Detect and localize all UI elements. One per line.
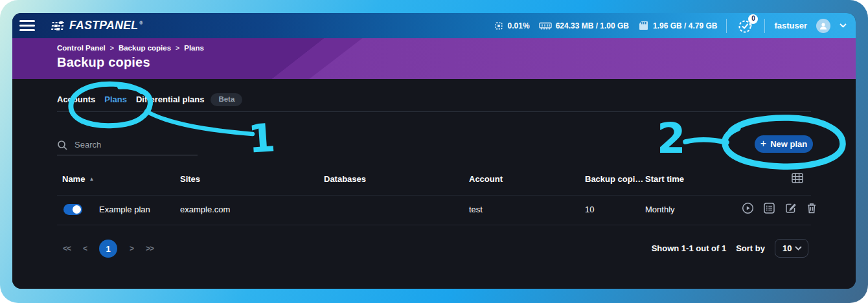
window-frame: FASTPANEL ® 0.01% 624 [0,0,868,303]
trash-icon [806,202,817,214]
column-settings-button[interactable] [792,173,803,185]
column-header-account[interactable]: Account [469,174,503,184]
scheduled-tasks-button[interactable]: 0 [736,16,755,36]
search-input[interactable] [73,139,192,150]
table-footer: Shown 1-1 out of 1 Sort by 10 [652,239,808,258]
cell-backup-copies: 10 [585,205,594,214]
cell-name[interactable]: Example plan [99,205,150,214]
menu-icon[interactable] [19,20,35,31]
pagination-current-page[interactable]: 1 [99,240,117,258]
pagination-last[interactable]: >> [146,244,154,253]
per-page-value: 10 [782,243,792,253]
cell-sites: example.com [180,205,230,214]
per-page-select[interactable]: 10 [775,239,808,258]
plus-icon: + [760,139,766,149]
cpu-usage-value: 0.01% [508,21,530,30]
avatar[interactable] [816,19,830,33]
tabs-divider [57,111,811,112]
column-header-databases[interactable]: Databases [324,174,366,184]
topbar-stats: 0.01% 624.33 MB / 1.00 GB 1.96 GB / [494,16,847,36]
breadcrumb-item-plans[interactable]: Plans [184,44,204,52]
user-menu-chevron-icon[interactable] [839,23,847,28]
sort-asc-icon: ▲ [89,176,94,182]
pagination-first[interactable]: << [63,244,71,253]
breadcrumb-separator: > [110,44,114,52]
ram-usage-stat: 624.33 MB / 1.00 GB [539,21,629,30]
sort-by-label: Sort by [736,243,765,253]
header-row-divider [57,195,811,196]
tab-accounts[interactable]: Accounts [57,95,95,104]
column-header-backup-copies[interactable]: Backup copi… [585,174,643,184]
app-window: FASTPANEL ® 0.01% 624 [12,13,856,289]
username-label[interactable]: fastuser [774,21,807,30]
topbar: FASTPANEL ® 0.01% 624 [12,13,856,38]
delete-plan-button[interactable] [806,202,817,214]
cell-account: test [469,205,483,214]
pagination: << < 1 > >> [63,240,154,258]
new-plan-label: New plan [770,139,807,149]
edit-icon [784,202,797,214]
logo-text: FASTPANEL [69,19,138,32]
main-content: Accounts Plans Differential plans Beta +… [12,79,856,289]
ram-usage-value: 624.33 MB / 1.00 GB [556,21,629,30]
breadcrumb-separator: > [176,44,179,52]
tab-differential-plans[interactable]: Differential plans [136,95,204,104]
run-plan-button[interactable] [742,202,754,214]
notifications-badge: 0 [748,14,758,24]
disk-icon [638,20,649,31]
edit-plan-button[interactable] [784,202,797,214]
table-columns-icon [792,173,803,183]
breadcrumb-item-control-panel[interactable]: Control Panel [57,44,106,52]
cpu-icon [494,21,504,31]
new-plan-button[interactable]: + New plan [755,135,813,153]
column-header-start-time[interactable]: Start time [645,174,684,184]
list-details-icon [763,202,775,214]
fastpanel-logo[interactable]: FASTPANEL ® [51,19,143,32]
column-header-name[interactable]: Name▲ [62,174,94,184]
logo-sliders-icon [51,21,65,31]
toggle-knob [73,205,81,214]
search-icon [57,140,67,150]
beta-badge: Beta [211,93,242,106]
cpu-usage-stat: 0.01% [494,21,530,31]
column-header-sites[interactable]: Sites [180,174,200,184]
topbar-separator [764,19,765,33]
logo-registered-mark: ® [139,21,143,25]
plan-details-button[interactable] [763,202,775,214]
disk-usage-stat: 1.96 GB / 4.79 GB [638,20,717,31]
pagination-next[interactable]: > [130,244,133,253]
tab-plans[interactable]: Plans [104,95,127,104]
breadcrumb-item-backup-copies[interactable]: Backup copies [119,44,171,52]
row-actions [742,202,817,214]
topbar-separator [726,19,727,33]
cell-start-time: Monthly [645,205,675,214]
user-icon [819,21,828,30]
search-field [57,135,198,155]
row-divider [57,225,811,225]
select-chevron-icon [795,246,802,251]
plan-enabled-toggle[interactable] [63,204,82,215]
tabs-bar: Accounts Plans Differential plans Beta [57,93,242,106]
pagination-prev[interactable]: < [83,244,87,253]
shown-count-label: Shown 1-1 out of 1 [652,243,727,253]
disk-usage-value: 1.96 GB / 4.79 GB [653,21,717,30]
breadcrumb: Control Panel > Backup copies > Plans [57,44,204,52]
page-header: Control Panel > Backup copies > Plans Ba… [12,38,856,79]
play-circle-icon [742,202,754,214]
page-title: Backup copies [57,55,150,70]
ram-icon [539,21,552,30]
